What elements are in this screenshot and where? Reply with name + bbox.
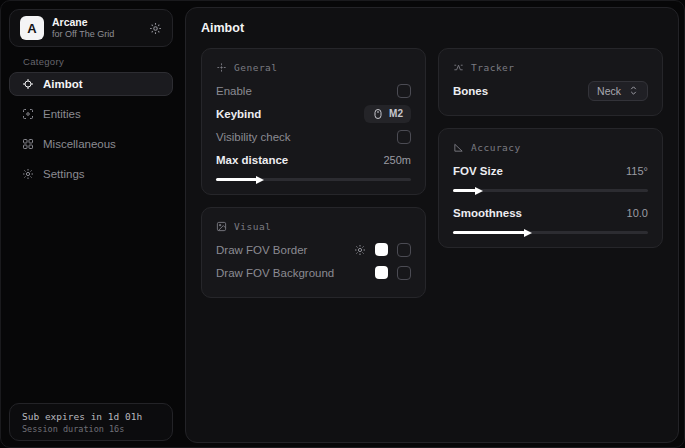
fov-size-slider[interactable] xyxy=(453,189,648,192)
subscription-card: Sub expires in 1d 01h Session duration 1… xyxy=(9,403,173,441)
chevrons-up-down-icon xyxy=(628,85,639,96)
keybind-row: Keybind M2 xyxy=(216,102,411,125)
smoothness-row: Smoothness 10.0 xyxy=(453,201,648,224)
gear-icon[interactable] xyxy=(354,244,366,256)
keybind-label: Keybind xyxy=(216,108,261,120)
brand-subtitle: for Off The Grid xyxy=(52,29,141,40)
sub-expires-text: Sub expires in 1d 01h xyxy=(22,411,160,422)
enable-label: Enable xyxy=(216,85,252,97)
fov-size-value: 115° xyxy=(626,165,648,177)
sidebar-item-aimbot[interactable]: Aimbot xyxy=(9,72,173,96)
brand-card: A Arcane for Off The Grid xyxy=(9,9,173,47)
grid-icon xyxy=(22,138,34,150)
max-distance-value: 250m xyxy=(383,154,411,166)
visual-panel: Visual Draw FOV Border Draw F xyxy=(201,207,426,298)
smoothness-slider-fill xyxy=(453,231,525,234)
app-window: A Arcane for Off The Grid Category Aimbo… xyxy=(0,0,685,448)
general-panel: General Enable Keybind M2 xyxy=(201,48,426,195)
sidebar-item-label: Settings xyxy=(43,168,85,180)
mouse-icon xyxy=(372,108,384,120)
brand-logo: A xyxy=(20,16,44,40)
brand-text: Arcane for Off The Grid xyxy=(52,16,141,40)
enable-checkbox[interactable] xyxy=(397,84,411,98)
category-label: Category xyxy=(23,56,64,67)
smoothness-label: Smoothness xyxy=(453,207,522,219)
draw-fov-border-label: Draw FOV Border xyxy=(216,244,307,256)
max-distance-slider-fill xyxy=(216,178,257,181)
main-panel: Aimbot General Enable xyxy=(185,7,679,443)
draw-fov-background-row: Draw FOV Background xyxy=(216,261,411,284)
fov-size-slider-thumb[interactable] xyxy=(475,187,483,195)
sidebar-item-label: Miscellaneous xyxy=(43,138,116,150)
sidebar: A Arcane for Off The Grid Category Aimbo… xyxy=(1,1,181,448)
triangle-ruler-icon xyxy=(453,142,464,153)
visual-panel-title: Visual xyxy=(216,217,411,235)
enable-row: Enable xyxy=(216,79,411,102)
route-icon xyxy=(453,62,464,73)
crosshair-dot-icon xyxy=(216,62,227,73)
bones-selected-value: Neck xyxy=(597,85,621,97)
bones-select[interactable]: Neck xyxy=(588,81,648,101)
bones-label: Bones xyxy=(453,85,488,97)
fov-size-row: FOV Size 115° xyxy=(453,159,648,182)
smoothness-value: 10.0 xyxy=(627,207,648,219)
fov-background-color-swatch[interactable] xyxy=(375,266,388,279)
page-title: Aimbot xyxy=(201,21,663,35)
image-icon xyxy=(216,221,227,232)
keybind-value: M2 xyxy=(389,108,403,119)
bones-row: Bones Neck xyxy=(453,79,648,102)
max-distance-row: Max distance 250m xyxy=(216,148,411,171)
accuracy-panel: Accuracy FOV Size 115° xyxy=(438,128,663,248)
session-duration-text: Session duration 16s xyxy=(22,424,160,434)
fov-size-label: FOV Size xyxy=(453,165,503,177)
fov-border-color-swatch[interactable] xyxy=(375,243,388,256)
draw-fov-border-row: Draw FOV Border xyxy=(216,238,411,261)
visibility-check-label: Visibility check xyxy=(216,131,291,143)
draw-fov-background-label: Draw FOV Background xyxy=(216,267,334,279)
sidebar-item-label: Aimbot xyxy=(43,78,83,90)
scan-eye-icon xyxy=(22,108,34,120)
draw-fov-border-checkbox[interactable] xyxy=(397,243,411,257)
gear-icon[interactable] xyxy=(149,22,162,35)
smoothness-slider-thumb[interactable] xyxy=(524,229,532,237)
crosshair-icon xyxy=(22,78,34,90)
sidebar-item-miscellaneous[interactable]: Miscellaneous xyxy=(9,132,173,156)
max-distance-slider[interactable] xyxy=(216,178,411,181)
sidebar-item-label: Entities xyxy=(43,108,81,120)
visibility-check-checkbox[interactable] xyxy=(397,130,411,144)
draw-fov-background-checkbox[interactable] xyxy=(397,266,411,280)
tracker-panel: Tracker Bones Neck xyxy=(438,48,663,116)
fov-size-slider-fill xyxy=(453,189,476,192)
tracker-panel-title: Tracker xyxy=(453,58,648,76)
brand-name: Arcane xyxy=(52,16,141,29)
sidebar-item-entities[interactable]: Entities xyxy=(9,102,173,126)
gear-icon xyxy=(22,168,34,180)
max-distance-label: Max distance xyxy=(216,154,288,166)
smoothness-slider[interactable] xyxy=(453,231,648,234)
keybind-button[interactable]: M2 xyxy=(364,105,411,123)
max-distance-slider-thumb[interactable] xyxy=(256,176,264,184)
visibility-check-row: Visibility check xyxy=(216,125,411,148)
sidebar-item-settings[interactable]: Settings xyxy=(9,162,173,186)
general-panel-title: General xyxy=(216,58,411,76)
sidebar-nav: Aimbot Entities Miscellaneous Settings xyxy=(9,72,173,186)
accuracy-panel-title: Accuracy xyxy=(453,138,648,156)
